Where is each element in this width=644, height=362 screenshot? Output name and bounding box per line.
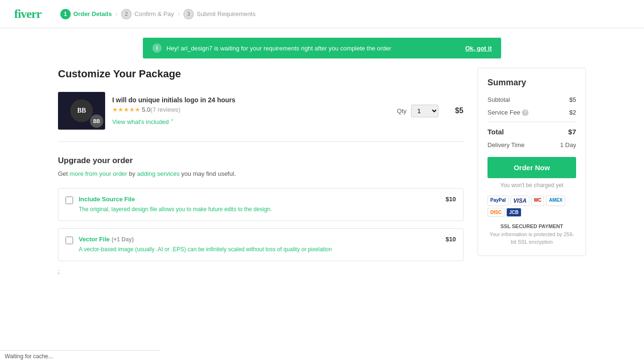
delivery-row: Delivery Time 1 Day (487, 141, 576, 148)
summary-title: Summary (487, 78, 576, 88)
vector-file-price: $10 (446, 236, 456, 243)
product-title: I will do unique initials logo in 24 hou… (112, 96, 390, 104)
order-now-button[interactable]: Order Now (487, 157, 576, 178)
upgrade-section: Upgrade your order Get more from your or… (58, 156, 463, 275)
more-link[interactable]: more from your order (70, 170, 127, 177)
step-3-label: Submit Requirements (197, 10, 256, 17)
product-stars: ★★★★★ (112, 106, 140, 113)
page-title: Customize Your Package (58, 68, 463, 80)
visa-icon: VISA (511, 196, 529, 206)
total-value: $7 (568, 128, 576, 136)
ssl-desc: Your information is protected by 256-bit… (487, 230, 576, 246)
product-logo-small: BB (90, 115, 103, 128)
alert-banner: i Hey! arl_design7 is waiting for your r… (143, 38, 501, 58)
paypal-icon: PayPal (487, 196, 509, 206)
qty-select[interactable]: 1 2 3 (411, 105, 438, 117)
vector-file-checkbox[interactable] (66, 237, 73, 244)
ssl-label: SSL SECURED PAYMENT (487, 222, 576, 230)
alert-text: Hey! arl_design7 is waiting for your req… (166, 45, 461, 52)
alert-ok-link[interactable]: Ok, got it (465, 45, 492, 52)
upgrade-item-source-file: Include Source File The original, layere… (58, 188, 463, 221)
product-review-count: (7 reviews) (150, 106, 181, 113)
arrow-1: › (116, 11, 117, 17)
right-sidebar: Summary Subtotal $5 Service Fee ? $2 Tot… (478, 68, 586, 275)
jcb-icon: JCB (506, 208, 521, 217)
step-1-label: Order Details (74, 10, 112, 17)
service-fee-row: Service Fee ? $2 (487, 109, 576, 116)
arrow-2: › (178, 11, 180, 17)
total-label: Total (487, 128, 504, 136)
left-section: Customize Your Package BB BB I will do u… (58, 68, 463, 275)
product-card: BB BB I will do unique initials logo in … (58, 92, 463, 142)
source-file-info: Include Source File The original, layere… (79, 196, 440, 214)
step-2-number: 2 (121, 9, 132, 19)
service-fee-label: Service Fee ? (487, 109, 528, 116)
qty-label: Qty (397, 107, 406, 115)
source-file-name: Include Source File (79, 196, 440, 203)
step-1-number: 1 (60, 9, 71, 19)
summary-card: Summary Subtotal $5 Service Fee ? $2 Tot… (478, 68, 586, 256)
subtotal-label: Subtotal (487, 96, 510, 103)
upgrade-desc: Get more from your order by adding servi… (58, 169, 463, 179)
mastercard-icon: MC (531, 196, 545, 206)
product-qty-section: Qty 1 2 3 (397, 105, 438, 117)
delivery-value: 1 Day (560, 141, 576, 148)
source-file-checkbox[interactable] (66, 197, 73, 204)
source-file-desc: The original, layered design file allows… (79, 205, 440, 214)
total-row: Total $7 (487, 122, 576, 136)
product-image: BB BB (58, 92, 105, 130)
upgrade-item-vector-file: Vector File(+1 Day) A vector-based image… (58, 228, 463, 261)
upgrade-title: Upgrade your order (58, 156, 463, 165)
vector-file-name: Vector File(+1 Day) (79, 236, 440, 243)
subtotal-value: $5 (570, 96, 576, 103)
discover-icon: DISC (487, 208, 504, 217)
header: fiverr 1 Order Details › 2 Confirm & Pay… (0, 0, 644, 28)
service-fee-help-icon[interactable]: ? (522, 109, 528, 116)
product-logo: BB (70, 99, 93, 122)
step-2-label: Confirm & Pay (134, 10, 174, 17)
fiverr-logo: fiverr (14, 7, 41, 21)
payment-icons: PayPal VISA MC AMEX DISC JCB (487, 196, 576, 217)
adding-link[interactable]: adding services (137, 170, 180, 177)
no-charge-text: You won't be charged yet (487, 182, 576, 189)
step-1: 1 Order Details (60, 9, 112, 19)
vector-file-desc: A vector-based image (usually .AI or .EP… (79, 245, 440, 254)
ssl-text: SSL SECURED PAYMENT Your information is … (487, 222, 576, 246)
product-price: $5 (455, 107, 463, 115)
vector-file-info: Vector File(+1 Day) A vector-based image… (79, 236, 440, 254)
breadcrumb: 1 Order Details › 2 Confirm & Pay › 3 Su… (60, 9, 256, 19)
step-3-number: 3 (183, 9, 194, 19)
delivery-label: Delivery Time (487, 141, 525, 148)
amex-icon: AMEX (546, 196, 565, 206)
source-file-price: $10 (446, 196, 456, 203)
view-included-link[interactable]: View what's included ˅ (112, 118, 174, 125)
product-rating: 5.0 (142, 106, 150, 113)
product-details: I will do unique initials logo in 24 hou… (112, 96, 390, 125)
service-fee-value: $2 (570, 109, 576, 116)
main-content: Customize Your Package BB BB I will do u… (44, 68, 600, 294)
step-3: 3 Submit Requirements (183, 9, 256, 19)
subtotal-row: Subtotal $5 (487, 96, 576, 103)
footnote: ; (58, 268, 463, 275)
step-2: 2 Confirm & Pay (121, 9, 174, 19)
info-icon: i (152, 43, 162, 53)
